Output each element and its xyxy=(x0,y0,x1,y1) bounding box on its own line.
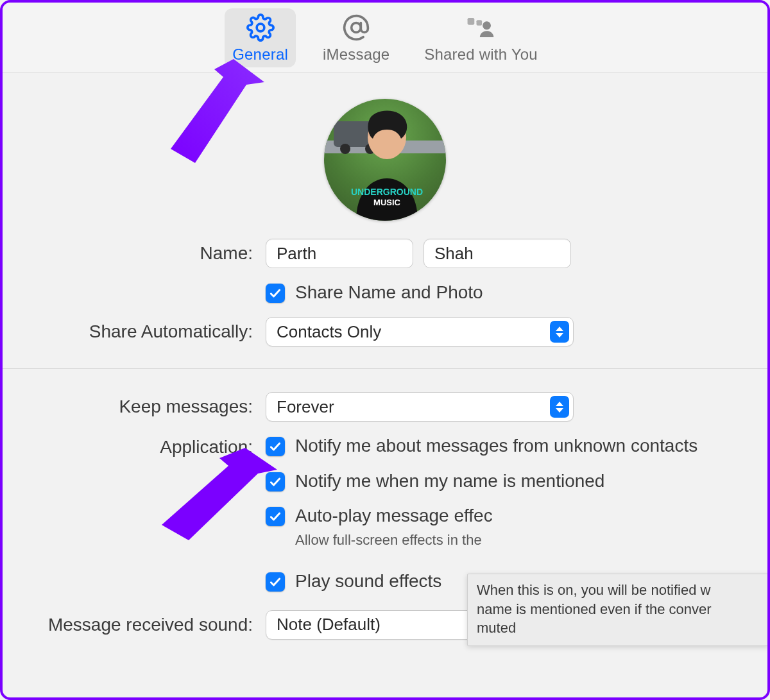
tab-imessage[interactable]: iMessage xyxy=(315,8,397,67)
notify-mention-row: Notify me when my name is mentioned xyxy=(266,470,697,493)
notify-unknown-checkbox[interactable] xyxy=(266,437,285,456)
at-icon xyxy=(342,13,370,42)
play-sound-effects-checkbox[interactable] xyxy=(266,572,285,592)
share-automatically-value: Contacts Only xyxy=(277,322,381,342)
preferences-toolbar: General iMessage Shared with You xyxy=(3,3,767,73)
svg-point-1 xyxy=(352,22,361,32)
last-name-field[interactable] xyxy=(424,239,571,268)
svg-text:MUSIC: MUSIC xyxy=(373,198,401,207)
name-label: Name: xyxy=(9,243,253,264)
gear-icon xyxy=(246,13,275,42)
svg-point-8 xyxy=(340,144,350,154)
people-icon xyxy=(467,13,495,42)
tab-imessage-label: iMessage xyxy=(323,46,389,64)
autoplay-effects-label: Auto-play message effec xyxy=(295,504,493,527)
share-automatically-label: Share Automatically: xyxy=(9,321,253,342)
tooltip-line2: name is mentioned even if the conver xyxy=(477,600,759,619)
keep-messages-label: Keep messages: xyxy=(9,397,253,417)
share-name-photo-label: Share Name and Photo xyxy=(295,281,483,304)
svg-text:UNDERGROUND: UNDERGROUND xyxy=(351,187,423,197)
first-name-field[interactable] xyxy=(266,239,413,268)
notify-mention-label: Notify me when my name is mentioned xyxy=(295,470,604,493)
play-sound-effects-label: Play sound effects xyxy=(295,570,441,593)
svg-point-4 xyxy=(483,21,491,30)
message-sound-value: Note (Default) xyxy=(277,615,381,635)
tab-general[interactable]: General xyxy=(225,8,296,67)
keep-messages-select[interactable]: Forever xyxy=(266,392,574,422)
tab-general-label: General xyxy=(232,46,288,64)
keep-messages-value: Forever xyxy=(277,397,334,417)
application-label: Application: xyxy=(9,434,253,457)
share-name-photo-checkbox[interactable] xyxy=(266,284,285,303)
autoplay-effects-row: Auto-play message effec xyxy=(266,504,697,527)
share-name-photo-row: Share Name and Photo xyxy=(9,281,761,304)
application-row: Application: Notify me about messages fr… xyxy=(9,434,761,593)
autoplay-effects-help: Allow full-screen effects in the xyxy=(295,531,697,550)
mention-tooltip: When this is on, you will be notified w … xyxy=(467,574,769,646)
tooltip-line3: muted xyxy=(477,619,759,638)
tooltip-line1: When this is on, you will be notified w xyxy=(477,581,759,600)
tab-shared-label: Shared with You xyxy=(424,46,537,64)
share-automatically-row: Share Automatically: Contacts Only xyxy=(9,317,761,346)
name-row: Name: xyxy=(9,239,761,268)
tab-shared-with-you[interactable]: Shared with You xyxy=(416,8,545,67)
updown-icon xyxy=(550,321,569,343)
message-sound-label: Message received sound: xyxy=(9,615,253,635)
profile-avatar[interactable]: UNDERGROUND MUSIC xyxy=(324,99,446,221)
keep-messages-row: Keep messages: Forever xyxy=(9,392,761,422)
updown-icon xyxy=(550,396,569,418)
svg-point-0 xyxy=(257,24,264,31)
autoplay-effects-checkbox[interactable] xyxy=(266,507,285,526)
notify-unknown-row: Notify me about messages from unknown co… xyxy=(266,434,697,457)
section-divider xyxy=(3,368,767,369)
share-automatically-select[interactable]: Contacts Only xyxy=(266,317,574,346)
notify-unknown-label: Notify me about messages from unknown co… xyxy=(295,434,697,457)
svg-rect-2 xyxy=(467,18,474,25)
notify-mention-checkbox[interactable] xyxy=(266,472,285,491)
svg-rect-3 xyxy=(476,20,482,26)
